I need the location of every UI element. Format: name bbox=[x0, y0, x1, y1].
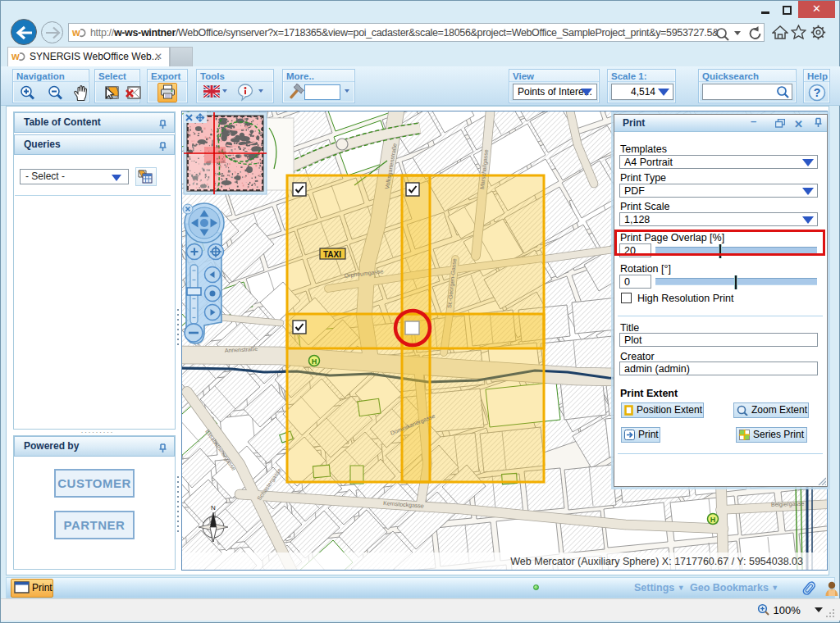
svg-text:w: w bbox=[11, 51, 20, 61]
svg-text:w: w bbox=[71, 27, 80, 38]
svg-text:N: N bbox=[211, 504, 216, 512]
svg-text:H: H bbox=[710, 516, 716, 524]
svg-text:Web Mercator (Auxiliary Sphere: Web Mercator (Auxiliary Sphere) X: 17177… bbox=[510, 556, 803, 567]
svg-text:TAXI: TAXI bbox=[323, 250, 341, 259]
svg-text:H: H bbox=[312, 357, 317, 366]
svg-text:?: ? bbox=[814, 86, 821, 99]
